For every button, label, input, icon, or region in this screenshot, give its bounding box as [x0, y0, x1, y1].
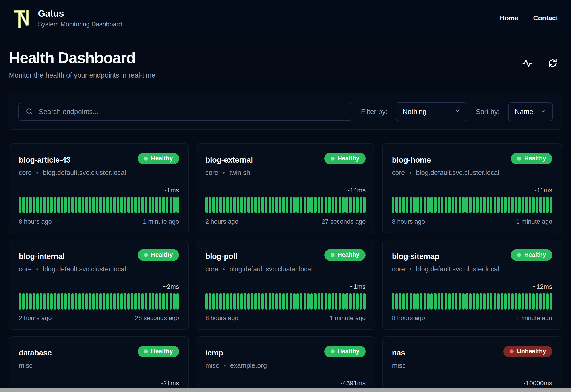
uptime-bar[interactable]	[409, 293, 412, 309]
uptime-bar[interactable]	[100, 293, 102, 309]
uptime-bar[interactable]	[54, 197, 56, 213]
uptime-bar[interactable]	[212, 197, 215, 213]
uptime-bar[interactable]	[480, 293, 482, 309]
uptime-bar[interactable]	[230, 293, 232, 309]
uptime-bar[interactable]	[423, 293, 426, 309]
uptime-bar[interactable]	[26, 197, 28, 213]
uptime-bar[interactable]	[64, 197, 67, 213]
uptime-bar[interactable]	[525, 293, 528, 309]
uptime-bar[interactable]	[26, 293, 28, 309]
uptime-bar[interactable]	[532, 197, 535, 213]
uptime-bar[interactable]	[328, 197, 331, 213]
uptime-bar[interactable]	[406, 197, 408, 213]
uptime-bar[interactable]	[360, 197, 362, 213]
uptime-bar[interactable]	[289, 293, 292, 309]
uptime-bar[interactable]	[536, 197, 538, 213]
uptime-bar[interactable]	[29, 293, 32, 309]
uptime-bar[interactable]	[258, 293, 260, 309]
uptime-bar[interactable]	[89, 293, 91, 309]
uptime-bar[interactable]	[539, 293, 542, 309]
uptime-bar[interactable]	[339, 197, 341, 213]
uptime-bar[interactable]	[303, 293, 306, 309]
uptime-bar[interactable]	[89, 197, 91, 213]
uptime-bar[interactable]	[230, 197, 232, 213]
uptime-bar[interactable]	[237, 197, 239, 213]
uptime-bar[interactable]	[311, 197, 313, 213]
uptime-bar[interactable]	[399, 293, 402, 309]
uptime-bar[interactable]	[261, 293, 264, 309]
uptime-bar[interactable]	[483, 293, 486, 309]
uptime-bar[interactable]	[100, 197, 102, 213]
uptime-bar[interactable]	[546, 197, 549, 213]
uptime-bar[interactable]	[416, 197, 419, 213]
uptime-bar[interactable]	[522, 197, 524, 213]
uptime-bar[interactable]	[536, 293, 538, 309]
uptime-bar[interactable]	[508, 197, 510, 213]
uptime-bar[interactable]	[413, 197, 416, 213]
uptime-bar[interactable]	[169, 197, 172, 213]
endpoint-card[interactable]: blog-sitemap Healthy core • blog.default…	[382, 240, 562, 330]
uptime-bar[interactable]	[406, 293, 408, 309]
uptime-bar[interactable]	[473, 197, 475, 213]
uptime-bar[interactable]	[490, 293, 493, 309]
uptime-bar[interactable]	[57, 197, 60, 213]
uptime-bar[interactable]	[82, 197, 84, 213]
uptime-bar[interactable]	[152, 197, 154, 213]
uptime-bar[interactable]	[71, 197, 74, 213]
uptime-bar[interactable]	[339, 293, 341, 309]
uptime-bar[interactable]	[149, 197, 151, 213]
uptime-bar[interactable]	[413, 293, 416, 309]
uptime-bar[interactable]	[363, 293, 366, 309]
endpoint-card[interactable]: blog-article-43 Healthy core • blog.defa…	[9, 143, 189, 233]
uptime-bar[interactable]	[353, 293, 355, 309]
uptime-bar[interactable]	[251, 293, 253, 309]
uptime-bar[interactable]	[392, 293, 394, 309]
uptime-bar[interactable]	[441, 293, 443, 309]
uptime-bar[interactable]	[438, 197, 440, 213]
uptime-bar[interactable]	[269, 197, 271, 213]
uptime-bar[interactable]	[205, 197, 208, 213]
uptime-bar[interactable]	[159, 197, 162, 213]
uptime-bar[interactable]	[275, 197, 278, 213]
uptime-bar[interactable]	[409, 197, 412, 213]
uptime-bar[interactable]	[318, 197, 320, 213]
uptime-bar[interactable]	[539, 197, 542, 213]
uptime-bar[interactable]	[448, 197, 451, 213]
uptime-bar[interactable]	[220, 293, 222, 309]
uptime-bar[interactable]	[166, 293, 168, 309]
uptime-bar[interactable]	[431, 293, 433, 309]
uptime-bar[interactable]	[110, 197, 112, 213]
uptime-bar[interactable]	[452, 293, 454, 309]
refresh-icon[interactable]	[547, 58, 558, 69]
uptime-bar[interactable]	[529, 293, 531, 309]
uptime-bar[interactable]	[353, 197, 355, 213]
uptime-bar[interactable]	[325, 197, 327, 213]
uptime-bar[interactable]	[106, 293, 109, 309]
uptime-bar[interactable]	[33, 197, 35, 213]
uptime-bar[interactable]	[173, 197, 176, 213]
uptime-bar[interactable]	[363, 197, 366, 213]
uptime-bar[interactable]	[269, 293, 271, 309]
uptime-bar[interactable]	[124, 197, 126, 213]
uptime-bar[interactable]	[131, 293, 133, 309]
search-input[interactable]	[38, 108, 345, 116]
uptime-bar[interactable]	[36, 293, 39, 309]
uptime-bar[interactable]	[543, 293, 545, 309]
uptime-bar[interactable]	[518, 293, 521, 309]
endpoint-card[interactable]: nas Unhealthy misc ~10000ms 8 hours ago …	[382, 336, 562, 392]
uptime-bar[interactable]	[212, 293, 215, 309]
uptime-bar[interactable]	[78, 293, 81, 309]
uptime-bar[interactable]	[282, 197, 285, 213]
uptime-bar[interactable]	[237, 293, 239, 309]
uptime-bar[interactable]	[19, 197, 21, 213]
uptime-bar[interactable]	[420, 293, 422, 309]
uptime-bar[interactable]	[349, 197, 351, 213]
uptime-bar[interactable]	[265, 197, 268, 213]
uptime-bar[interactable]	[452, 197, 454, 213]
uptime-bar[interactable]	[546, 293, 549, 309]
uptime-bar[interactable]	[272, 293, 274, 309]
uptime-bar[interactable]	[286, 197, 288, 213]
uptime-bar[interactable]	[497, 197, 500, 213]
uptime-bar[interactable]	[152, 293, 154, 309]
uptime-bar[interactable]	[173, 293, 176, 309]
